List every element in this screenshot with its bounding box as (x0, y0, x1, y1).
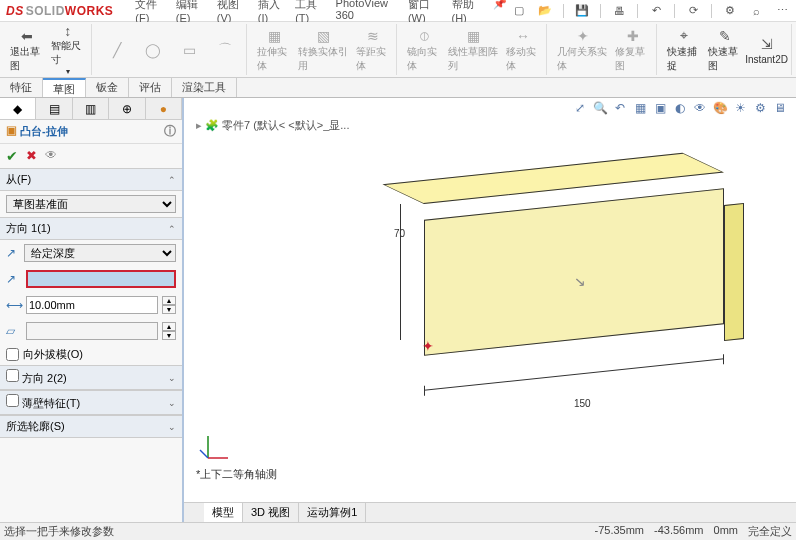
dim-line-v (400, 204, 401, 340)
slab-side (724, 203, 744, 341)
open-icon[interactable]: 📂 (537, 3, 553, 19)
bottom-tabs: 模型 3D 视图 运动算例1 (184, 502, 796, 522)
caret-icon: ⌃ (168, 175, 176, 185)
view-name-label: *上下二等角轴测 (196, 467, 277, 482)
exit-sketch-button[interactable]: ⬅退出草图 (8, 24, 47, 75)
smart-dim-button[interactable]: ↕智能尺寸▾ (49, 24, 88, 75)
view-settings-icon[interactable]: ⚙ (752, 100, 768, 116)
relations-button[interactable]: ✦几何关系实体 (555, 24, 611, 75)
tab-feature[interactable]: 特征 (0, 78, 43, 97)
fm-tab-config-icon[interactable]: ▤ (36, 98, 72, 119)
arc-tool-button[interactable]: ⌒ (208, 24, 242, 75)
draft-outward-checkbox[interactable] (6, 348, 19, 361)
quicksnap-button[interactable]: ⌖快速捕捉 (665, 24, 704, 75)
display-style-icon[interactable]: ◐ (672, 100, 688, 116)
tab-evaluate[interactable]: 评估 (129, 78, 172, 97)
convert-entities-button[interactable]: ▧转换实体引用 (296, 24, 352, 75)
new-icon[interactable]: ▢ (511, 3, 527, 19)
cancel-icon[interactable]: ✖ (26, 148, 37, 164)
fm-tab-feature-icon[interactable]: ◆ (0, 98, 36, 119)
feature-tabs: 特征 草图 钣金 评估 渲染工具 (0, 78, 796, 98)
fm-tab-appearances-icon[interactable]: ● (146, 98, 182, 119)
model-preview[interactable]: ✦ (424, 178, 764, 368)
search-icon[interactable]: ⌕ (748, 3, 764, 19)
extrude-ref-button[interactable]: ▦拉伸实体 (255, 24, 294, 75)
end-condition-select[interactable]: 给定深度 (24, 244, 176, 262)
instant2d-button[interactable]: ⇲Instant2D (746, 24, 787, 75)
ribbon: ⬅退出草图 ↕智能尺寸▾ ╱ ◯ ▭ ⌒ ▦拉伸实体 ▧转换实体引用 ≋等距实体… (0, 22, 796, 78)
undo-icon[interactable]: ↶ (648, 3, 664, 19)
fm-tab-display-icon[interactable]: ▥ (73, 98, 109, 119)
tab-sketch[interactable]: 草图 (43, 78, 86, 97)
title-toolbar: ▢ 📂 💾 🖶 ↶ ⟳ ⚙ ⌕ ⋯ (511, 3, 790, 19)
tab-model[interactable]: 模型 (204, 503, 243, 522)
rebuild-icon[interactable]: ⟳ (685, 3, 701, 19)
spin-control[interactable]: ▲▼ (162, 296, 176, 314)
options-icon[interactable]: ⚙ (722, 3, 738, 19)
coord-y: -43.56mm (654, 524, 704, 539)
tab-3dview[interactable]: 3D 视图 (243, 503, 299, 522)
section-view-icon[interactable]: ▦ (632, 100, 648, 116)
origin-icon: ✦ (422, 338, 434, 354)
tab-motion[interactable]: 运动算例1 (299, 503, 366, 522)
rapid-sketch-button[interactable]: ✎快速草图 (706, 24, 745, 75)
tab-sheetmetal[interactable]: 钣金 (86, 78, 129, 97)
dim-width[interactable]: 150 (574, 398, 591, 409)
mirror-button[interactable]: ⦶镜向实体 (405, 24, 444, 75)
rect-tool-button[interactable]: ▭ (172, 24, 206, 75)
prev-view-icon[interactable]: ↶ (612, 100, 628, 116)
dim-input[interactable] (26, 296, 158, 314)
draft-input[interactable] (26, 322, 158, 340)
more-icon[interactable]: ⋯ (774, 3, 790, 19)
caret-icon: ⌄ (168, 422, 176, 432)
dim-height[interactable]: 70 (394, 228, 405, 239)
view-triad-icon[interactable] (198, 428, 232, 462)
linear-pattern-button[interactable]: ▦线性草图阵列 (446, 24, 502, 75)
circle-tool-button[interactable]: ◯ (136, 24, 170, 75)
help-icon[interactable]: ⓘ (164, 123, 176, 140)
tab-render[interactable]: 渲染工具 (172, 78, 237, 97)
screen-icon[interactable]: 🖥 (772, 100, 788, 116)
app-logo: DSSOLIDWORKS (6, 4, 113, 18)
model-breadcrumb[interactable]: ▸ 🧩 零件7 (默认< <默认>_显... (196, 118, 349, 133)
feature-title: ▣ 凸台-拉伸 ⓘ (0, 120, 182, 144)
section-from[interactable]: 从(F)⌃ (0, 168, 182, 191)
scene-icon[interactable]: ☀ (732, 100, 748, 116)
section-thin[interactable]: 薄壁特征(T) ⌄ (0, 390, 182, 415)
line-tool-button[interactable]: ╱ (100, 24, 134, 75)
draft-icon[interactable]: ▱ (6, 324, 22, 338)
caret-icon: ⌄ (168, 398, 176, 408)
dimension-icon: ⟷ (6, 298, 22, 312)
thin-checkbox[interactable] (6, 394, 19, 407)
move-entities-button[interactable]: ↔移动实体 (504, 24, 543, 75)
section-dir1[interactable]: 方向 1(1)⌃ (0, 217, 182, 240)
fm-tabs: ◆ ▤ ▥ ⊕ ● (0, 98, 182, 120)
direction-icon[interactable]: ↗ (6, 272, 22, 286)
fm-tab-dimxpert-icon[interactable]: ⊕ (109, 98, 145, 119)
save-icon[interactable]: 💾 (574, 3, 590, 19)
viewport[interactable]: ⤢ 🔍 ↶ ▦ ▣ ◐ 👁 🎨 ☀ ⚙ 🖥 ▸ 🧩 零件7 (默认< <默认>_… (184, 98, 796, 522)
offset-entities-button[interactable]: ≋等距实体 (354, 24, 393, 75)
print-icon[interactable]: 🖶 (611, 3, 627, 19)
zoom-fit-icon[interactable]: ⤢ (572, 100, 588, 116)
section-contours[interactable]: 所选轮廓(S)⌄ (0, 415, 182, 438)
expand-icon[interactable]: ▸ (196, 119, 202, 132)
dir2-checkbox[interactable] (6, 369, 19, 382)
preview-icon[interactable]: 👁 (45, 148, 57, 164)
section-dir2[interactable]: 方向 2(2) ⌄ (0, 365, 182, 390)
ok-icon[interactable]: ✔ (6, 148, 18, 164)
zoom-area-icon[interactable]: 🔍 (592, 100, 608, 116)
title-bar: DSSOLIDWORKS 文件(F) 编辑(E) 视图(V) 插入(I) 工具(… (0, 0, 796, 22)
drag-handle-icon[interactable] (574, 271, 586, 284)
part-icon: 🧩 (205, 119, 219, 132)
define-status: 完全定义 (748, 524, 792, 539)
reverse-icon[interactable]: ↗ (6, 246, 20, 260)
coord-z: 0mm (714, 524, 738, 539)
view-orient-icon[interactable]: ▣ (652, 100, 668, 116)
depth-input[interactable] (26, 270, 176, 288)
hide-show-icon[interactable]: 👁 (692, 100, 708, 116)
repair-sketch-button[interactable]: ✚修复草图 (613, 24, 652, 75)
from-select[interactable]: 草图基准面 (6, 195, 176, 213)
spin-control[interactable]: ▲▼ (162, 322, 176, 340)
appearance-icon[interactable]: 🎨 (712, 100, 728, 116)
